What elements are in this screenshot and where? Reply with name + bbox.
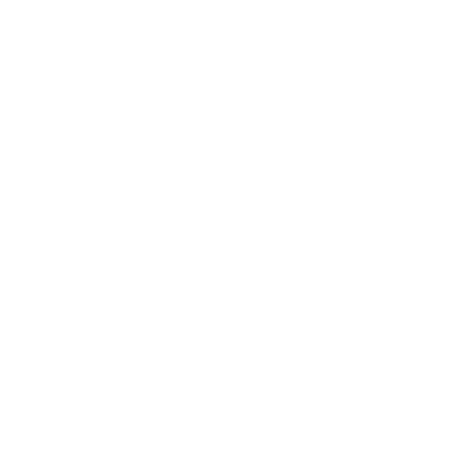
chart-svg [0,0,476,476]
chart-stage [0,0,476,476]
